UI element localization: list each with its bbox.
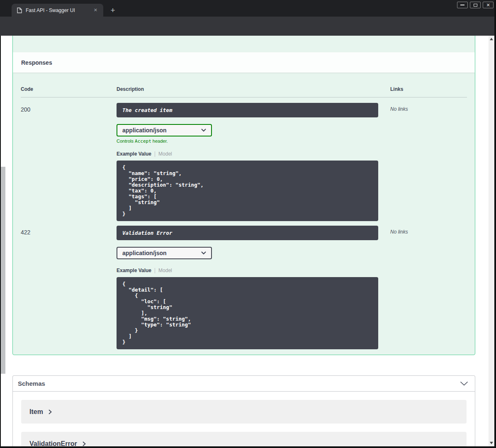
response-code: 200 [21, 103, 117, 221]
media-type-select[interactable]: application/json [117, 247, 212, 259]
model-row-item[interactable]: Item [21, 400, 467, 424]
tab-close-icon[interactable]: ✕ [92, 7, 99, 14]
response-row-200: 200 The created item application/json Co… [21, 97, 467, 221]
response-description-cell: The created item application/json Contro… [117, 103, 390, 221]
browser-tab[interactable]: Fast API - Swagger UI ✕ [12, 4, 103, 17]
response-description: The created item [117, 103, 378, 117]
tab-separator [155, 151, 155, 157]
example-json-422: { "detail": [ { "loc": [ "string" ], "ms… [117, 277, 378, 349]
responses-section-header: Responses [13, 52, 475, 73]
response-links: No links [390, 226, 467, 349]
scroll-up-arrow-icon[interactable] [489, 36, 494, 42]
new-tab-button[interactable]: + [108, 6, 118, 16]
tab-model[interactable]: Model [158, 268, 172, 273]
chevron-down-icon [201, 129, 206, 132]
window-maximize-button[interactable] [470, 2, 481, 8]
example-model-tabs: Example Value Model [117, 151, 390, 157]
model-name: Item [29, 408, 43, 416]
response-row-422: 422 Validation Error application/json Ex… [21, 221, 467, 349]
media-type-value: application/json [122, 127, 167, 134]
browser-window: Fast API - Swagger UI ✕ + ✕ [0, 0, 496, 448]
favicon-page-icon [17, 7, 22, 13]
example-model-tabs: Example Value Model [117, 268, 390, 273]
page-content: Responses Code Description Links 200 The… [1, 36, 489, 446]
page-scrollbar[interactable] [489, 36, 494, 446]
schemas-body: Item ValidationError [13, 392, 475, 446]
column-header-links: Links [390, 86, 467, 92]
chevron-right-icon [83, 441, 86, 446]
tab-title: Fast API - Swagger UI [26, 7, 92, 13]
title-bar: Fast API - Swagger UI ✕ + ✕ [0, 0, 496, 17]
tab-model[interactable]: Model [158, 151, 172, 157]
chevron-down-icon[interactable] [460, 381, 468, 386]
minimize-icon [460, 5, 464, 5]
column-header-code: Code [21, 86, 117, 92]
response-description-cell: Validation Error application/json Exampl… [117, 226, 390, 349]
responses-title: Responses [21, 59, 52, 66]
tab-separator [155, 268, 155, 273]
response-code: 422 [21, 226, 117, 349]
chevron-right-icon [49, 409, 52, 414]
window-border [0, 446, 496, 448]
responses-table: Code Description Links 200 The created i… [21, 86, 467, 349]
chevron-down-icon [201, 251, 206, 255]
window-close-button[interactable]: ✕ [483, 2, 494, 8]
schemas-section: Schemas Item ValidationError [12, 375, 475, 446]
schemas-title: Schemas [18, 380, 45, 387]
browser-toolbar: 127.0.0.1:8000/docs ☆ [0, 17, 496, 36]
response-description: Validation Error [117, 226, 378, 240]
close-icon: ✕ [486, 3, 490, 7]
window-border [0, 36, 1, 448]
schemas-header[interactable]: Schemas [13, 376, 475, 392]
accept-header-note: Controls Accept header. [117, 139, 390, 144]
column-header-description: Description [117, 86, 390, 92]
tab-example-value[interactable]: Example Value [117, 151, 151, 157]
tab-example-value[interactable]: Example Value [117, 268, 151, 273]
model-row-validationerror[interactable]: ValidationError [21, 432, 467, 446]
scrollbar-thumb[interactable] [0, 167, 5, 374]
example-json-200: { "name": "string", "price": 0, "descrip… [117, 161, 378, 221]
maximize-icon [474, 4, 477, 7]
media-type-value: application/json [122, 250, 167, 256]
model-name: ValidationError [29, 440, 77, 447]
responses-table-header: Code Description Links [21, 86, 467, 97]
post-operation-block: Responses Code Description Links 200 The… [12, 36, 475, 355]
window-minimize-button[interactable] [457, 2, 468, 8]
scroll-down-arrow-icon[interactable] [489, 440, 494, 446]
media-type-select[interactable]: application/json [117, 124, 212, 136]
response-links: No links [390, 103, 467, 221]
window-border [494, 0, 496, 448]
